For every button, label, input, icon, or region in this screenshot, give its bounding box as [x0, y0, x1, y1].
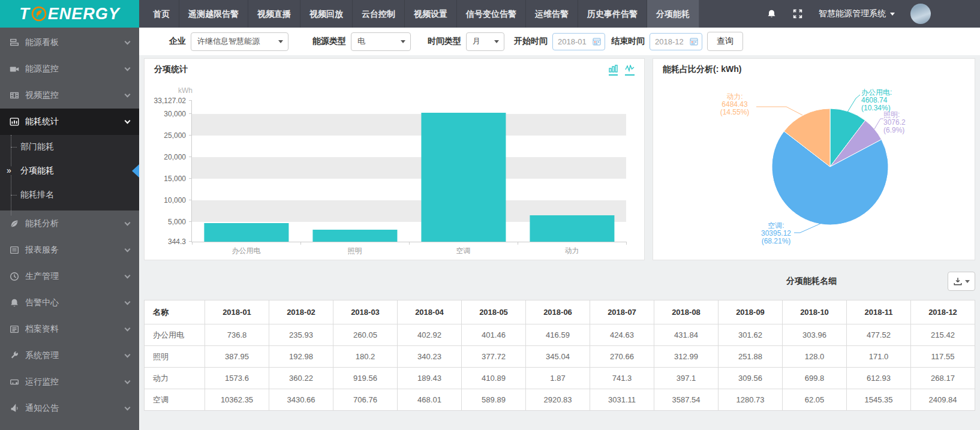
value-cell: 387.95: [205, 346, 269, 368]
value-cell: 397.1: [654, 368, 719, 389]
table-header-cell: 2018-12: [911, 300, 975, 324]
time-type-select[interactable]: 月: [466, 32, 504, 51]
chevron-down-icon: [125, 273, 131, 279]
chevron-down-icon: [890, 13, 895, 16]
grid-band: [192, 179, 626, 200]
chevron-down-icon: [125, 39, 131, 45]
nav-item-9[interactable]: 分项能耗: [647, 0, 699, 28]
value-cell: 10362.35: [205, 389, 269, 411]
value-cell: 235.93: [269, 324, 333, 346]
nav-item-6[interactable]: 信号变位告警: [457, 0, 526, 28]
pie-label-3: 动力:6484.43(14.55%): [713, 93, 756, 116]
sidebar-item-0[interactable]: 能源看板: [0, 29, 139, 56]
sidebar-item-label: 系统管理: [25, 350, 59, 361]
bar-type-icon[interactable]: [609, 65, 618, 76]
sidebar-item-2[interactable]: 视频监控: [0, 82, 139, 109]
pie-leader-line: [874, 119, 883, 129]
value-cell: 2409.84: [911, 389, 975, 411]
x-tick-mark: [518, 242, 518, 245]
calendar-icon: [690, 37, 698, 46]
sidebar-subitem-3-0[interactable]: 部门能耗: [0, 135, 139, 159]
value-cell: 171.0: [847, 346, 911, 368]
sidebar-item-label: 通知公告: [25, 403, 59, 414]
start-date-input[interactable]: 2018-01: [552, 33, 605, 50]
sidebar-item-3[interactable]: 能耗统计: [0, 109, 139, 135]
server-icon: [8, 376, 20, 388]
table-header-cell: 2018-01: [205, 300, 269, 324]
y-tick-mark: [189, 200, 192, 200]
sidebar-subitem-3-2[interactable]: 能耗排名: [0, 183, 139, 207]
chevron-down-icon: [125, 118, 131, 124]
value-cell: 736.8: [205, 324, 269, 346]
line-type-icon[interactable]: [625, 65, 635, 76]
sidebar-subitem-3-1[interactable]: »分项能耗: [0, 159, 139, 183]
value-cell: 410.89: [462, 368, 526, 389]
sidebar-item-5[interactable]: 报表服务: [0, 237, 139, 263]
leaf-icon: [8, 218, 20, 230]
y-tick-mark: [189, 100, 192, 101]
archive-icon: [8, 323, 20, 335]
nav-item-5[interactable]: 视频设置: [405, 0, 457, 28]
value-cell: 741.3: [590, 368, 654, 389]
value-cell: 416.59: [526, 324, 590, 346]
value-cell: 340.23: [398, 346, 462, 368]
panels-row: 分项统计 kWh 344.35,00010,00015,00020,00025,…: [139, 55, 980, 260]
sidebar-item-label: 视频监控: [25, 90, 59, 101]
export-button[interactable]: [948, 272, 975, 291]
grid-band: [192, 136, 626, 157]
value-cell: 312.99: [654, 346, 719, 368]
bell-icon[interactable]: [766, 8, 777, 19]
nav-item-0[interactable]: 首页: [144, 0, 179, 28]
sidebar-item-label: 告警中心: [25, 297, 59, 308]
nav-item-7[interactable]: 运维告警: [526, 0, 578, 28]
value-cell: 919.56: [333, 368, 398, 389]
system-menu[interactable]: 智慧能源管理系统: [819, 8, 895, 19]
bar-chart-panel: 分项统计 kWh 344.35,00010,00015,00020,00025,…: [144, 58, 645, 260]
sidebar-item-1[interactable]: 能源监控: [0, 56, 139, 82]
row-name-cell: 空调: [145, 389, 205, 411]
pie-leader-line: [756, 107, 802, 115]
bar-chart: 344.35,00010,00015,00020,00025,00030,000…: [191, 101, 626, 242]
time-type-label: 时间类型: [428, 36, 461, 47]
x-tick-label: 空调: [456, 246, 471, 256]
sidebar-item-label: 运行监控: [25, 377, 59, 387]
nav-item-4[interactable]: 云台控制: [353, 0, 405, 28]
pie-leader-line: [794, 223, 822, 233]
energy-type-label: 能源类型: [312, 36, 346, 47]
value-cell: 345.04: [526, 346, 590, 368]
nav-item-8[interactable]: 历史事件告警: [578, 0, 647, 28]
table-wrap: 名称2018-012018-022018-032018-042018-05201…: [144, 300, 975, 411]
end-date-input[interactable]: 2018-12: [650, 33, 702, 50]
nav-item-1[interactable]: 遥测越限告警: [179, 0, 248, 28]
energy-type-select[interactable]: 电: [351, 32, 411, 51]
value-cell: 424.63: [590, 324, 654, 346]
chevron-down-icon: [125, 220, 131, 226]
sidebar-subitem-label: 分项能耗: [20, 166, 54, 176]
sidebar-item-4[interactable]: 能耗分析: [0, 211, 139, 237]
company-select[interactable]: 许继信息智慧能源: [191, 32, 288, 51]
fullscreen-icon[interactable]: [792, 8, 803, 19]
nav-item-2[interactable]: 视频直播: [248, 0, 300, 28]
value-cell: 706.76: [333, 389, 398, 411]
y-tick-label: 25,000: [164, 131, 186, 140]
grid-band: [192, 114, 626, 136]
sidebar-item-9[interactable]: 系统管理: [0, 342, 139, 369]
sidebar-item-10[interactable]: 运行监控: [0, 369, 139, 395]
bar-panel-title: 分项统计: [154, 64, 188, 75]
table-header-cell: 2018-06: [526, 300, 590, 324]
sidebar-item-11[interactable]: 通知公告: [0, 395, 139, 422]
table-header-cell: 2018-05: [462, 300, 526, 324]
sidebar-item-8[interactable]: 档案资料: [0, 316, 139, 342]
value-cell: 2920.83: [526, 389, 590, 411]
top-nav: 首页遥测越限告警视频直播视频回放云台控制视频设置信号变位告警运维告警历史事件告警…: [139, 0, 699, 28]
avatar[interactable]: [910, 4, 931, 24]
sidebar-item-7[interactable]: 告警中心: [0, 290, 139, 316]
value-cell: 360.22: [269, 368, 333, 389]
app-logo: TENERGY: [0, 0, 139, 28]
value-cell: 612.93: [847, 368, 911, 389]
sidebar-item-label: 能耗分析: [25, 218, 59, 229]
search-button[interactable]: 查询: [707, 32, 743, 51]
nav-item-3[interactable]: 视频回放: [300, 0, 353, 28]
sidebar-item-6[interactable]: 生产管理: [0, 263, 139, 290]
value-cell: 3587.54: [654, 389, 719, 411]
